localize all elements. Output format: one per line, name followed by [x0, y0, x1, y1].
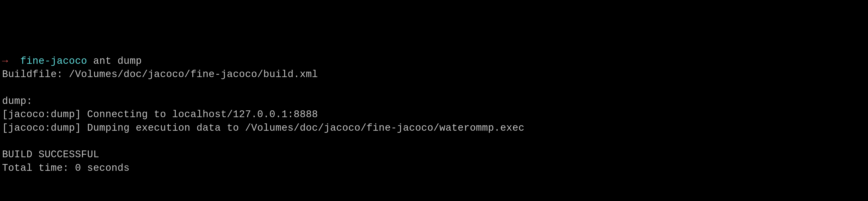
prompt-directory: fine-jacoco — [20, 56, 87, 67]
buildfile-line: Buildfile: /Volumes/doc/jacoco/fine-jaco… — [2, 69, 318, 80]
prompt-line[interactable]: → fine-jacoco ant dump — [2, 56, 142, 67]
prompt-command: ant dump — [93, 56, 142, 67]
prompt-arrow-icon: → — [2, 56, 8, 67]
terminal-output: → fine-jacoco ant dump Buildfile: /Volum… — [2, 55, 866, 175]
dump-line: [jacoco:dump] Dumping execution data to … — [2, 122, 524, 134]
connect-line: [jacoco:dump] Connecting to localhost/12… — [2, 109, 318, 120]
total-time-line: Total time: 0 seconds — [2, 163, 129, 174]
build-status-line: BUILD SUCCESSFUL — [2, 149, 99, 160]
target-line: dump: — [2, 96, 33, 107]
